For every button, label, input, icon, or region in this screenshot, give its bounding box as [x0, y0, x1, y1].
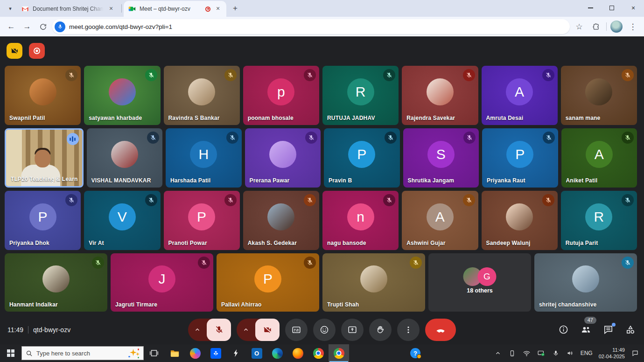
present-screen-button[interactable]: [341, 319, 364, 341]
participant-tile[interactable]: JJagruti Tirmare: [111, 253, 213, 312]
others-tile[interactable]: G18 others: [428, 253, 531, 312]
window-minimize-button[interactable]: [580, 0, 601, 16]
tab-meet[interactable]: Meet – qtd-bwyr-ozv ×: [124, 1, 226, 17]
participant-tile[interactable]: PPranoti Powar: [164, 191, 240, 250]
participant-tile[interactable]: HHarshada Patil: [166, 128, 242, 188]
participant-tile[interactable]: satyawan kharbade: [84, 66, 160, 125]
extensions-icon[interactable]: [589, 20, 602, 33]
bookmark-star-icon[interactable]: ☆: [573, 20, 586, 33]
tray-clock[interactable]: 11:49 02-04-2025: [599, 347, 625, 360]
display-status-icon[interactable]: [537, 349, 546, 357]
more-options-button[interactable]: [397, 319, 420, 341]
mic-options-chevron-icon[interactable]: [188, 319, 207, 341]
participant-tile[interactable]: RRUTUJA JADHAV: [322, 66, 399, 125]
captions-button[interactable]: [285, 319, 308, 341]
mic-muted-icon: [198, 257, 210, 269]
mic-in-use-icon[interactable]: [55, 21, 65, 32]
camera-options-chevron-icon[interactable]: [237, 319, 255, 341]
participant-tile[interactable]: ppoonam bhosale: [243, 66, 319, 125]
participant-tile[interactable]: RRutuja Parit: [561, 191, 637, 250]
chrome-active-button[interactable]: [329, 344, 349, 362]
folder-icon: [169, 348, 180, 359]
meet-page: Swapnil Patilsatyawan kharbadeRavindra S…: [0, 36, 644, 344]
participant-tile[interactable]: PPravin B: [324, 128, 400, 188]
avatar: S: [427, 141, 455, 168]
window-restore-button[interactable]: [601, 0, 623, 16]
new-tab-button[interactable]: +: [229, 2, 241, 14]
reactions-button[interactable]: [313, 319, 336, 341]
address-bar[interactable]: meet.google.com/qtd-bwyr-ozv?pli=1: [52, 19, 570, 34]
reload-icon[interactable]: [36, 20, 49, 33]
wifi-icon[interactable]: [523, 349, 531, 357]
menu-dots-icon[interactable]: ⋮: [626, 20, 639, 33]
phone-link-icon[interactable]: [508, 349, 517, 357]
participant-tile[interactable]: PPallavi Ahirrao: [217, 253, 319, 312]
task-view-button[interactable]: [144, 344, 164, 362]
tray-mic-icon[interactable]: [552, 349, 560, 357]
chat-button[interactable]: [602, 324, 614, 336]
participant-tile[interactable]: AAshwini Gujar: [402, 191, 478, 250]
people-button[interactable]: 47: [580, 324, 592, 336]
participant-tile[interactable]: Sandeep Walunj: [482, 191, 558, 250]
participant-tile[interactable]: PPriyanka Dhok: [5, 191, 81, 250]
camera-off-alert[interactable]: [7, 43, 22, 59]
chrome-button[interactable]: [308, 344, 329, 362]
participant-tile[interactable]: VVir At: [84, 191, 160, 250]
url-text[interactable]: meet.google.com/qtd-bwyr-ozv?pli=1: [69, 23, 172, 30]
window-close-button[interactable]: ×: [623, 0, 644, 16]
mic-muted-icon: [383, 69, 395, 81]
mic-muted-button[interactable]: [207, 319, 231, 341]
participant-tile[interactable]: nnagu bansode: [322, 191, 399, 250]
participant-tile[interactable]: sanam mane: [561, 66, 637, 125]
raise-hand-button[interactable]: [369, 319, 392, 341]
participant-tile[interactable]: VISHAL MANDAVKAR: [87, 128, 163, 188]
taskbar-search-input[interactable]: Type here to search: [21, 346, 144, 360]
participant-name: VISHAL MANDAVKAR: [91, 177, 151, 184]
participant-tile[interactable]: Ravindra S Bankar: [164, 66, 240, 125]
dropbox-button[interactable]: [205, 344, 226, 362]
forward-icon[interactable]: →: [21, 20, 34, 33]
mic-muted-icon: [543, 132, 555, 144]
participant-tile[interactable]: Swapnil Patil: [5, 66, 81, 125]
language-indicator[interactable]: ENG: [581, 350, 593, 356]
tray-chevron-icon[interactable]: [494, 349, 502, 357]
participant-tile[interactable]: AAmruta Desai: [482, 66, 558, 125]
participant-tile[interactable]: Akash S. Gedekar: [243, 191, 319, 250]
participant-tile[interactable]: PPriyanka Raut: [482, 128, 558, 188]
mic-button-group[interactable]: [188, 319, 231, 341]
camera-muted-button[interactable]: [255, 319, 280, 341]
notification-center-icon[interactable]: [631, 349, 639, 357]
tab-search-button[interactable]: ▾: [4, 2, 17, 15]
file-explorer-button[interactable]: [164, 344, 185, 362]
participant-tile[interactable]: Hanmant Indalkar: [5, 253, 107, 312]
tab-close-icon[interactable]: ×: [107, 5, 115, 13]
recording-alert[interactable]: [29, 43, 45, 59]
help-button[interactable]: ?: [405, 344, 426, 362]
mic-muted-icon: [463, 69, 475, 81]
end-call-button[interactable]: [425, 319, 456, 341]
speaker-icon[interactable]: [566, 349, 574, 357]
participant-tile[interactable]: Rajendra Savekar: [402, 66, 478, 125]
activities-button[interactable]: [624, 324, 637, 336]
participant-tile[interactable]: SShrutika Jangam: [403, 128, 479, 188]
copilot-button[interactable]: [185, 344, 205, 362]
edge-button[interactable]: [267, 344, 287, 362]
outlook-button[interactable]: O: [246, 344, 267, 362]
profile-avatar[interactable]: [610, 21, 623, 33]
participant-tile[interactable]: Trupti Shah: [322, 253, 425, 312]
tab-close-icon[interactable]: ×: [214, 5, 222, 13]
participant-tile[interactable]: AAniket Patil: [561, 128, 637, 188]
back-icon[interactable]: ←: [5, 20, 18, 33]
meeting-details-button[interactable]: [557, 324, 569, 336]
start-button[interactable]: [0, 344, 21, 362]
mic-muted-icon: [542, 194, 554, 206]
tab-document[interactable]: Document from Shritej Chanda ×: [17, 1, 119, 17]
lightning-app-button[interactable]: [226, 344, 246, 362]
mic-muted-icon: [304, 69, 316, 81]
participant-tile[interactable]: shritej chandanshive: [534, 253, 637, 312]
participant-tile[interactable]: TLP20 Teaching & Learn...: [5, 128, 84, 188]
camera-button-group[interactable]: [237, 319, 280, 341]
participant-tile[interactable]: Prerana Pawar: [245, 128, 321, 188]
firefox-button[interactable]: [287, 344, 308, 362]
mic-off-icon: [227, 197, 234, 203]
